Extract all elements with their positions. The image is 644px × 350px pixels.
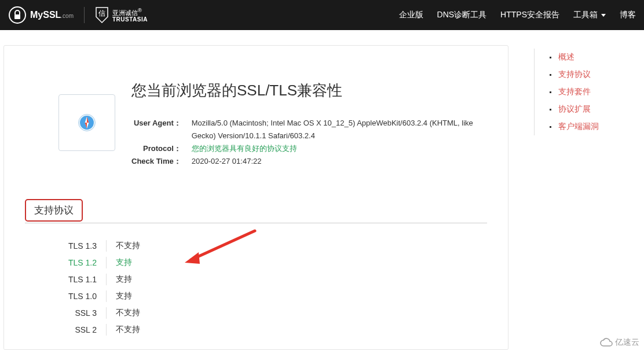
- section-title-supported-protocols: 支持协议: [25, 199, 83, 222]
- top-navbar: MySSL.com 信 亚洲诚信® TRUSTASIA 企业版 DNS诊断工具 …: [0, 0, 644, 30]
- protocol-row: SSL 3不支持: [57, 304, 487, 321]
- sidebar-item-label: 客户端漏洞: [558, 121, 599, 132]
- protocol-row: TLS 1.2支持: [57, 254, 487, 271]
- logo-trustasia[interactable]: 信 亚洲诚信® TRUSTASIA: [95, 6, 148, 24]
- bullet-icon: [550, 74, 551, 76]
- nav-link-toolbox-label: 工具箱: [573, 10, 598, 20]
- protocol-name: SSL 3: [57, 308, 106, 318]
- sidebar-item[interactable]: 支持套件: [550, 83, 599, 101]
- value-check-time: 2020-02-27 01:47:22: [192, 155, 487, 168]
- main-card: 您当前浏览器的SSL/TLS兼容性 User Agent： Mozilla/5.…: [3, 45, 508, 350]
- protocol-status: 不支持: [116, 308, 140, 318]
- nav-link-enterprise[interactable]: 企业版: [399, 10, 423, 20]
- svg-text:信: 信: [98, 9, 105, 17]
- label-check-time: Check Time：: [131, 155, 192, 168]
- sidebar: 概述支持协议支持套件协议扩展客户端漏洞: [534, 45, 599, 350]
- section-divider: [25, 223, 487, 223]
- protocol-name: TLS 1.0: [57, 292, 106, 301]
- sidebar-item[interactable]: 支持协议: [550, 66, 599, 83]
- logo-myssl[interactable]: MySSL.com: [8, 6, 74, 24]
- bullet-icon: [550, 57, 551, 58]
- protocol-status: 不支持: [116, 241, 140, 251]
- protocol-status: 支持: [116, 274, 132, 285]
- protocol-name: SSL 2: [57, 325, 106, 334]
- protocol-row: TLS 1.3不支持: [57, 237, 487, 254]
- footer-brand-text: 亿速云: [615, 337, 639, 348]
- header-content: 您当前浏览器的SSL/TLS兼容性 User Agent： Mozilla/5.…: [131, 80, 487, 168]
- safari-icon: [77, 113, 97, 132]
- bullet-icon: [550, 109, 551, 110]
- sidebar-item-label: 概述: [558, 52, 575, 62]
- browser-icon-box: [58, 94, 115, 151]
- logo-myssl-text: MySSL: [30, 10, 61, 20]
- label-user-agent: User Agent：: [131, 117, 192, 142]
- logo-ta-en: TRUSTASIA: [112, 16, 148, 23]
- protocol-name: TLS 1.3: [57, 241, 106, 250]
- sidebar-item[interactable]: 协议扩展: [550, 101, 599, 118]
- protocol-row: TLS 1.1支持: [57, 271, 487, 288]
- cell-divider: [106, 240, 107, 252]
- caret-down-icon: [601, 14, 606, 17]
- bullet-icon: [550, 91, 551, 93]
- cell-divider: [106, 324, 107, 336]
- footer-logo[interactable]: 亿速云: [600, 337, 639, 348]
- registered-mark: ®: [138, 8, 142, 13]
- value-user-agent: Mozilla/5.0 (Macintosh; Intel Mac OS X 1…: [192, 117, 487, 142]
- protocol-name: TLS 1.2: [57, 258, 106, 267]
- sidebar-item[interactable]: 概述: [550, 49, 599, 66]
- bullet-icon: [550, 126, 551, 128]
- label-protocol: Protocol：: [131, 142, 192, 155]
- logo-ta-cn: 亚洲诚信: [112, 9, 138, 16]
- sidebar-item-label: 支持协议: [558, 69, 591, 80]
- protocol-status: 支持: [116, 257, 132, 268]
- nav-divider: [84, 7, 85, 23]
- page-title: 您当前浏览器的SSL/TLS兼容性: [131, 80, 487, 101]
- nav-link-dns[interactable]: DNS诊断工具: [437, 10, 487, 20]
- cell-divider: [106, 307, 107, 319]
- info-table: User Agent： Mozilla/5.0 (Macintosh; Inte…: [131, 117, 487, 168]
- nav-link-https[interactable]: HTTPS安全报告: [500, 10, 559, 20]
- protocol-table: TLS 1.3不支持TLS 1.2支持TLS 1.1支持TLS 1.0支持SSL…: [57, 237, 487, 338]
- protocol-name: TLS 1.1: [57, 275, 106, 284]
- protocol-row: TLS 1.0支持: [57, 288, 487, 304]
- lock-icon: [8, 6, 27, 24]
- cell-divider: [106, 257, 107, 268]
- sidebar-item-label: 协议扩展: [558, 104, 591, 115]
- protocol-status: 不支持: [116, 325, 140, 335]
- sidebar-item[interactable]: 客户端漏洞: [550, 118, 599, 135]
- cell-divider: [106, 274, 107, 285]
- nav-right: 企业版 DNS诊断工具 HTTPS安全报告 工具箱 博客: [399, 10, 636, 20]
- value-protocol: 您的浏览器具有良好的协议支持: [192, 142, 487, 155]
- nav-left: MySSL.com 信 亚洲诚信® TRUSTASIA: [8, 6, 148, 24]
- shield-icon: 信: [95, 6, 109, 24]
- nav-link-toolbox[interactable]: 工具箱: [573, 10, 606, 20]
- cell-divider: [106, 290, 107, 302]
- header-row: 您当前浏览器的SSL/TLS兼容性 User Agent： Mozilla/5.…: [58, 80, 487, 168]
- svg-rect-1: [14, 14, 20, 19]
- protocol-status: 支持: [116, 291, 132, 301]
- sidebar-item-label: 支持套件: [558, 87, 591, 97]
- logo-myssl-sub: .com: [61, 13, 74, 19]
- cloud-icon: [600, 338, 613, 347]
- nav-link-blog[interactable]: 博客: [620, 10, 636, 20]
- page-wrap: 您当前浏览器的SSL/TLS兼容性 User Agent： Mozilla/5.…: [0, 30, 644, 350]
- protocol-row: SSL 2不支持: [57, 321, 487, 338]
